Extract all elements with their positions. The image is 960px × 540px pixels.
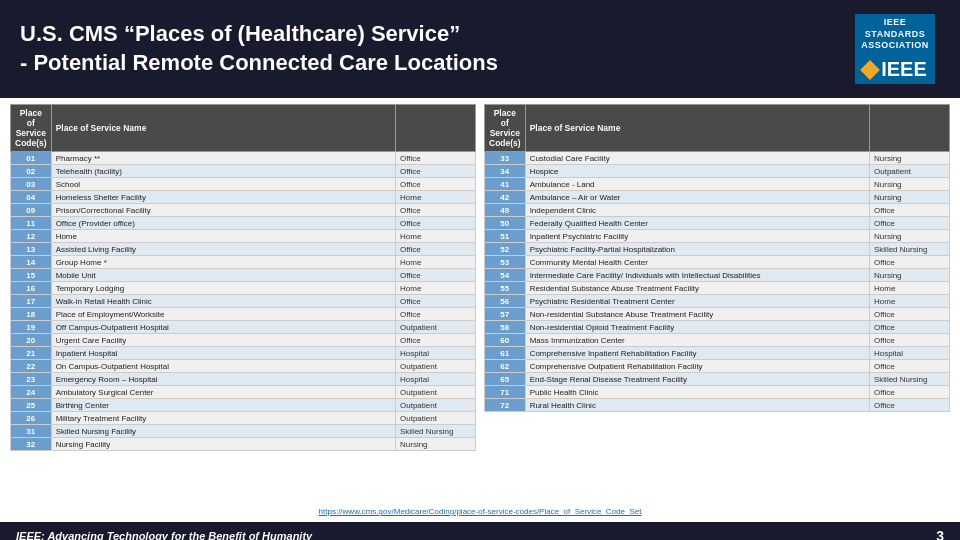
name-cell: Ambulance – Air or Water — [525, 191, 869, 204]
name-cell: Prison/Correctional Facility — [51, 204, 395, 217]
code-cell: 61 — [485, 347, 526, 360]
right-col2-header: Place of Service Name — [525, 105, 869, 152]
header: U.S. CMS “Places of (Healthcare) Service… — [0, 0, 960, 98]
code-cell: 18 — [11, 308, 52, 321]
table-row: 14 Group Home * Home — [11, 256, 476, 269]
table-row: 09 Prison/Correctional Facility Office — [11, 204, 476, 217]
code-cell: 15 — [11, 269, 52, 282]
type-cell: Nursing — [396, 438, 476, 451]
code-cell: 58 — [485, 321, 526, 334]
name-cell: Telehealth (facility) — [51, 165, 395, 178]
table-row: 11 Office (Provider office) Office — [11, 217, 476, 230]
code-cell: 71 — [485, 386, 526, 399]
code-cell: 09 — [11, 204, 52, 217]
type-cell: Office — [396, 204, 476, 217]
name-cell: Nursing Facility — [51, 438, 395, 451]
table-row: 65 End-Stage Renal Disease Treatment Fac… — [485, 373, 950, 386]
header-line1: U.S. CMS “Places of (Healthcare) Service… — [20, 20, 498, 49]
type-cell: Home — [396, 256, 476, 269]
ieee-standards-label: IEEE STANDARDS ASSOCIATION — [855, 14, 934, 55]
table-row: 32 Nursing Facility Nursing — [11, 438, 476, 451]
name-cell: Walk-in Retail Health Clinic — [51, 295, 395, 308]
code-cell: 72 — [485, 399, 526, 412]
name-cell: Inpatient Hospital — [51, 347, 395, 360]
type-cell: Nursing — [870, 191, 950, 204]
table-row: 49 Independent Clinic Office — [485, 204, 950, 217]
code-cell: 14 — [11, 256, 52, 269]
code-cell: 16 — [11, 282, 52, 295]
code-cell: 22 — [11, 360, 52, 373]
name-cell: Birthing Center — [51, 399, 395, 412]
left-col3-header — [396, 105, 476, 152]
table-row: 52 Psychiatric Facility-Partial Hospital… — [485, 243, 950, 256]
name-cell: Off Campus-Outpatient Hospital — [51, 321, 395, 334]
type-cell: Office — [870, 204, 950, 217]
type-cell: Home — [396, 282, 476, 295]
name-cell: End-Stage Renal Disease Treatment Facili… — [525, 373, 869, 386]
ieee-diamond-icon — [860, 60, 880, 80]
table-row: 41 Ambulance - Land Nursing — [485, 178, 950, 191]
table-row: 21 Inpatient Hospital Hospital — [11, 347, 476, 360]
table-row: 50 Federally Qualified Health Center Off… — [485, 217, 950, 230]
ieee-text: IEEE — [881, 58, 927, 81]
code-cell: 32 — [11, 438, 52, 451]
table-row: 22 On Campus-Outpatient Hospital Outpati… — [11, 360, 476, 373]
table-row: 71 Public Health Clinic Office — [485, 386, 950, 399]
cms-link[interactable]: https://www.cms.gov/Medicare/Coding/plac… — [319, 507, 642, 516]
type-cell: Office — [396, 178, 476, 191]
code-cell: 65 — [485, 373, 526, 386]
table-row: 62 Comprehensive Outpatient Rehabilitati… — [485, 360, 950, 373]
ieee-logo: IEEE STANDARDS ASSOCIATION IEEE — [850, 14, 940, 84]
name-cell: Home — [51, 230, 395, 243]
table-row: 54 Intermediate Care Facility/ Individua… — [485, 269, 950, 282]
table-row: 26 Military Treatment Facility Outpatien… — [11, 412, 476, 425]
left-table-body: 01 Pharmacy ** Office 02 Telehealth (fac… — [11, 152, 476, 451]
table-row: 04 Homeless Shelter Facility Home — [11, 191, 476, 204]
ieee-bottom-label: IEEE — [855, 55, 935, 84]
header-title: U.S. CMS “Places of (Healthcare) Service… — [20, 20, 498, 77]
type-cell: Office — [396, 152, 476, 165]
name-cell: Ambulatory Surgical Center — [51, 386, 395, 399]
table-row: 03 School Office — [11, 178, 476, 191]
table-row: 25 Birthing Center Outpatient — [11, 399, 476, 412]
type-cell: Office — [396, 308, 476, 321]
code-cell: 49 — [485, 204, 526, 217]
left-table-container: Place of Service Code(s) Place of Servic… — [10, 104, 476, 496]
type-cell: Nursing — [870, 152, 950, 165]
code-cell: 26 — [11, 412, 52, 425]
code-cell: 62 — [485, 360, 526, 373]
name-cell: School — [51, 178, 395, 191]
code-cell: 53 — [485, 256, 526, 269]
left-table-header: Place of Service Code(s) Place of Servic… — [11, 105, 476, 152]
footer-bar: IEEE: Advancing Technology for the Benef… — [0, 522, 960, 540]
code-cell: 01 — [11, 152, 52, 165]
code-cell: 12 — [11, 230, 52, 243]
footer-bar-page: 3 — [936, 528, 944, 540]
type-cell: Hospital — [870, 347, 950, 360]
table-row: 53 Community Mental Health Center Office — [485, 256, 950, 269]
right-table-body: 33 Custodial Care Facility Nursing 34 Ho… — [485, 152, 950, 412]
name-cell: Place of Employment/Worksite — [51, 308, 395, 321]
code-cell: 60 — [485, 334, 526, 347]
table-row: 51 Inpatient Psychiatric Facility Nursin… — [485, 230, 950, 243]
code-cell: 54 — [485, 269, 526, 282]
table-row: 16 Temporary Lodging Home — [11, 282, 476, 295]
name-cell: Hospice — [525, 165, 869, 178]
code-cell: 50 — [485, 217, 526, 230]
table-row: 42 Ambulance – Air or Water Nursing — [485, 191, 950, 204]
code-cell: 57 — [485, 308, 526, 321]
type-cell: Skilled Nursing — [870, 373, 950, 386]
name-cell: Emergency Room – Hospital — [51, 373, 395, 386]
type-cell: Home — [870, 295, 950, 308]
left-col2-header: Place of Service Name — [51, 105, 395, 152]
name-cell: On Campus-Outpatient Hospital — [51, 360, 395, 373]
name-cell: Custodial Care Facility — [525, 152, 869, 165]
right-table-container: Place of Service Code(s) Place of Servic… — [484, 104, 950, 496]
code-cell: 51 — [485, 230, 526, 243]
name-cell: Inpatient Psychiatric Facility — [525, 230, 869, 243]
name-cell: Mobile Unit — [51, 269, 395, 282]
type-cell: Skilled Nursing — [870, 243, 950, 256]
code-cell: 52 — [485, 243, 526, 256]
name-cell: Federally Qualified Health Center — [525, 217, 869, 230]
name-cell: Non-residential Substance Abuse Treatmen… — [525, 308, 869, 321]
